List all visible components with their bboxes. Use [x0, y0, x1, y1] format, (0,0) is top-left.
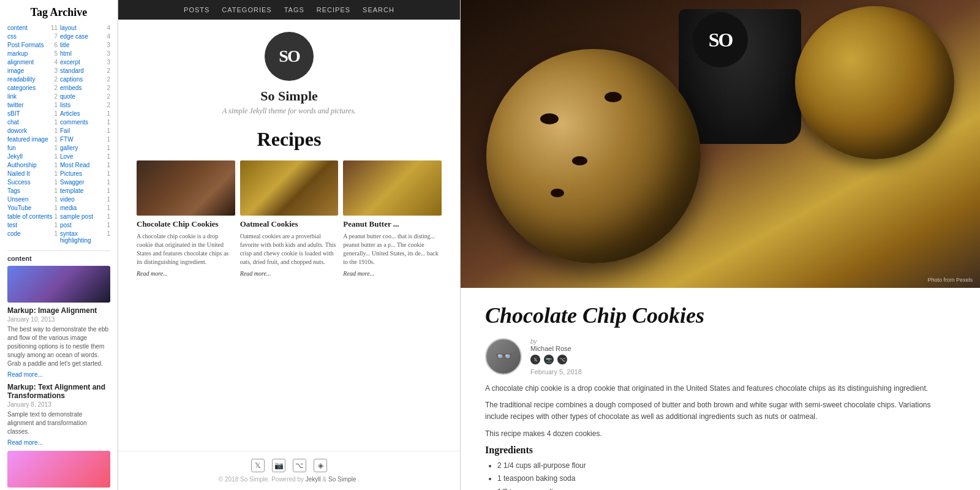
list-item: syntax highlighting1: [60, 230, 110, 244]
content-thumbnail-3: [7, 451, 110, 488]
divider: [7, 251, 110, 251]
ingredient-item: 2 1/4 cups all-purpose flour: [497, 459, 956, 473]
author-github-icon[interactable]: ⌥: [557, 355, 567, 364]
list-item: title3: [60, 41, 110, 49]
recipe-date: February 5, 2018: [530, 368, 582, 375]
so-simple-link[interactable]: So Simple: [328, 476, 356, 483]
blog-logo[interactable]: SO: [265, 32, 314, 81]
list-item: Most Read1: [60, 161, 110, 169]
recipe-desc-1: A chocolate chip cookie is a drop cookie…: [137, 232, 235, 266]
author-social: 𝕏 📷 ⌥: [530, 355, 582, 364]
list-item: dowork1: [7, 127, 58, 135]
list-item: edge case4: [60, 32, 110, 40]
recipe-content: Chocolate Chip Cookies 👓 by Michael Rose…: [461, 288, 980, 490]
recipe-desc-2: The traditional recipe combines a dough …: [485, 399, 956, 423]
list-item: gallery1: [60, 144, 110, 152]
list-item: YouTube1: [7, 204, 58, 212]
right-panel: SO Photo from Pexels Chocolate Chip Cook…: [461, 0, 980, 490]
post-excerpt-1: The best way to demonstrate the ebb and …: [7, 325, 110, 368]
list-item: template1: [60, 187, 110, 195]
list-item: code1: [7, 230, 58, 244]
recipe-read-more-3[interactable]: Read more...: [343, 270, 442, 277]
author-name[interactable]: Michael Rose: [530, 345, 582, 352]
list-item: excerpt3: [60, 58, 110, 66]
footer-text: © 2018 So Simple. Powered by Jekyll & So…: [126, 476, 453, 483]
list-item: video1: [60, 195, 110, 203]
list-item: chat1: [7, 118, 58, 126]
ingredients-title: Ingredients: [485, 445, 956, 456]
recipe-desc-3: A peanut butter coo... that is disting..…: [343, 232, 442, 266]
nav-posts[interactable]: POSTS: [184, 6, 209, 13]
recipe-card-1: Chocolate Chip Cookies A chocolate chip …: [137, 160, 235, 277]
recipe-title-3[interactable]: Peanut Butter ...: [343, 219, 442, 229]
list-item: captions2: [60, 75, 110, 83]
recipe-main-title: Chocolate Chip Cookies: [485, 303, 956, 328]
read-more-link-2[interactable]: Read more...: [7, 439, 43, 446]
list-item: Swagger1: [60, 178, 110, 186]
recipe-image-oat: [240, 160, 339, 216]
list-item: sBIT1: [7, 110, 58, 118]
list-item: Articles1: [60, 110, 110, 118]
recipe-read-more-2[interactable]: Read more...: [240, 270, 339, 277]
list-item: layout4: [60, 24, 110, 32]
list-item: test1: [7, 221, 58, 229]
tag-grid: content11 layout4 css7 edge case4 Post F…: [7, 24, 110, 244]
list-item: Post Formats6: [7, 41, 58, 49]
jekyll-link[interactable]: Jekyll: [306, 476, 321, 483]
post-date-2: January 8, 2013: [7, 401, 110, 408]
author-by-label: by: [530, 338, 582, 345]
instagram-icon[interactable]: 📷: [272, 459, 285, 472]
recipe-desc-3: This recipe makes 4 dozen cookies.: [485, 428, 956, 440]
list-item: featured image1: [7, 135, 58, 143]
blog-tagline: A simple Jekyll theme for words and pict…: [137, 107, 442, 116]
list-item: Success1: [7, 178, 58, 186]
list-item: Fail1: [60, 127, 110, 135]
feed-icon[interactable]: ◈: [314, 459, 327, 472]
list-item: sample post1: [60, 213, 110, 221]
content-section-label: content: [7, 255, 110, 262]
photo-credit: Photo from Pexels: [927, 277, 973, 283]
recipe-read-more-1[interactable]: Read more...: [137, 270, 235, 277]
author-instagram-icon[interactable]: 📷: [544, 355, 554, 364]
recipe-title-1[interactable]: Chocolate Chip Cookies: [137, 219, 235, 229]
recipe-hero: SO Photo from Pexels: [461, 0, 980, 288]
recipe-desc-1: A chocolate chip cookie is a drop cookie…: [485, 383, 956, 394]
post-date-1: January 10, 2013: [7, 316, 110, 323]
ingredient-item: 1 teaspoon baking soda: [497, 472, 956, 486]
nav-recipes[interactable]: RECIPES: [317, 6, 350, 13]
author-twitter-icon[interactable]: 𝕏: [530, 355, 540, 364]
author-info: by Michael Rose 𝕏 📷 ⌥ February 5, 2018: [530, 338, 582, 375]
recipe-author-row: 👓 by Michael Rose 𝕏 📷 ⌥ February 5, 2018: [485, 338, 956, 375]
list-item: twitter1: [7, 101, 58, 109]
twitter-icon[interactable]: 𝕏: [251, 459, 265, 472]
read-more-link-1[interactable]: Read more...: [7, 371, 43, 378]
social-icons: 𝕏 📷 ⌥ ◈: [126, 459, 453, 472]
list-item: link2: [7, 92, 58, 100]
list-item: Tags1: [7, 187, 58, 195]
recipe-title-2[interactable]: Oatmeal Cookies: [240, 219, 339, 229]
blog-site-title: So Simple: [137, 88, 442, 104]
blog-body: SO So Simple A simple Jekyll theme for w…: [118, 20, 460, 451]
ingredients-list: 2 1/4 cups all-purpose flour 1 teaspoon …: [485, 459, 956, 490]
list-item: comments1: [60, 118, 110, 126]
list-item: lists2: [60, 101, 110, 109]
nav-tags[interactable]: TAGS: [284, 6, 304, 13]
list-item: Jekyll1: [7, 153, 58, 160]
list-item: html3: [60, 50, 110, 58]
recipe-desc-2: Oatmeal cookies are a proverbial favorit…: [240, 232, 339, 266]
list-item: FTW1: [60, 135, 110, 143]
github-icon[interactable]: ⌥: [293, 459, 306, 472]
post-excerpt-2: Sample text to demonstrate alignment and…: [7, 410, 110, 436]
nav-search[interactable]: SEARCH: [363, 6, 394, 13]
middle-panel: POSTS CATEGORIES TAGS RECIPES SEARCH SO …: [118, 0, 461, 490]
list-item: Authorship1: [7, 161, 58, 169]
recipe-logo[interactable]: SO: [693, 12, 748, 67]
list-item: quote2: [60, 92, 110, 100]
recipe-image-choc: [137, 160, 235, 216]
list-item: Nailed It1: [7, 170, 58, 178]
list-item: standard2: [60, 67, 110, 75]
list-item: alignment4: [7, 58, 58, 66]
nav-categories[interactable]: CATEGORIES: [222, 6, 271, 13]
post-title-1: Markup: Image Alignment: [7, 306, 110, 315]
list-item: post1: [60, 221, 110, 229]
